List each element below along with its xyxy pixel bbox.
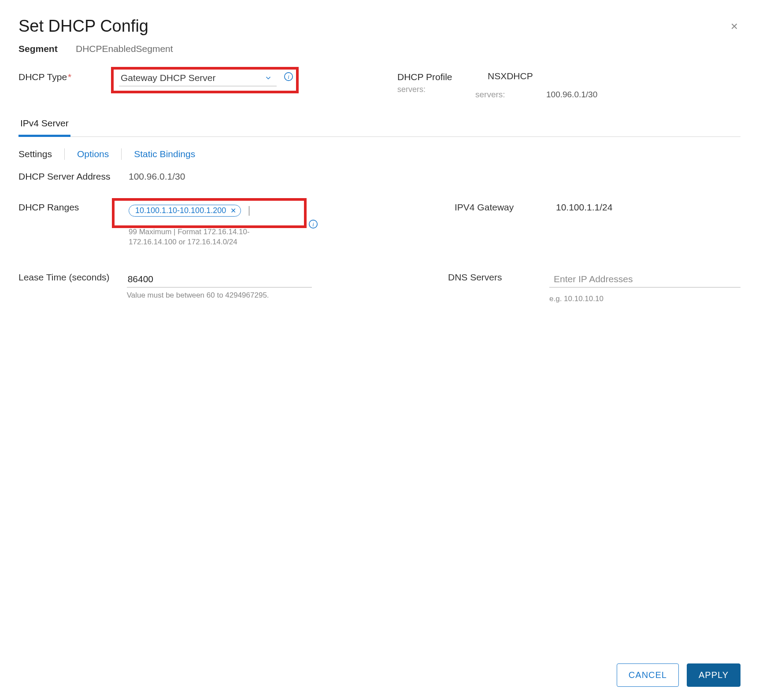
subtab-settings[interactable]: Settings [19,149,52,159]
ipv4-gateway-value: 10.100.1.1/24 [556,202,612,213]
subtab-static-bindings[interactable]: Static Bindings [134,149,195,159]
close-icon[interactable]: × [731,20,738,33]
segment-row: Segment DHCPEnabledSegment [19,44,740,54]
dialog-footer: CANCEL APPLY [617,663,740,687]
svg-text:i: i [312,221,314,228]
divider [121,148,122,160]
server-address-row: DHCP Server Address 100.96.0.1/30 [19,171,740,182]
range-chip: 10.100.1.10-10.100.1.200 ✕ [129,205,241,217]
close-icon[interactable]: ✕ [230,206,236,215]
segment-value: DHCPEnabledSegment [76,44,173,54]
dhcp-profile-servers-label2: servers: [475,90,505,99]
info-icon[interactable]: i [308,219,318,229]
dhcp-ranges-help: 99 Maximum | Format 172.16.14.10-172.16.… [129,227,261,247]
ranges-gateway-row: DHCP Ranges 10.100.1.10-10.100.1.200 ✕ 9… [19,202,740,247]
dhcp-type-select-wrap: Gateway DHCP Server i [119,71,277,86]
dhcp-ranges-input[interactable]: 10.100.1.10-10.100.1.200 ✕ [129,202,397,219]
chevron-down-icon[interactable] [264,74,272,81]
lease-dns-row: Lease Time (seconds) Value must be betwe… [19,272,740,303]
info-icon[interactable]: i [284,72,293,81]
main-tab-bar: IPv4 Server [19,114,740,137]
dhcp-profile-value: NSXDHCP [488,71,533,81]
range-chip-text: 10.100.1.10-10.100.1.200 [135,206,226,215]
dns-servers-help: e.g. 10.10.10.10 [549,295,740,303]
text-cursor [249,206,249,216]
server-address-label: DHCP Server Address [19,171,129,182]
ipv4-gateway-label: IPV4 Gateway [455,202,556,213]
dns-servers-label: DNS Servers [448,272,549,303]
subtab-options[interactable]: Options [77,149,109,159]
svg-text:i: i [288,74,289,80]
dhcp-ranges-label: DHCP Ranges [19,202,129,213]
lease-time-help: Value must be between 60 to 4294967295. [127,291,391,300]
server-address-value: 100.96.0.1/30 [129,171,185,182]
dhcp-profile-servers-value: 100.96.0.1/30 [546,90,597,99]
tab-ipv4-server[interactable]: IPv4 Server [19,114,70,137]
dhcp-type-select[interactable]: Gateway DHCP Server [119,71,277,86]
lease-time-label: Lease Time (seconds) [19,272,127,283]
cancel-button[interactable]: CANCEL [617,663,679,687]
dns-servers-input[interactable] [549,272,740,287]
divider [64,148,65,160]
sub-tab-bar: Settings Options Static Bindings [19,148,740,160]
apply-button[interactable]: APPLY [687,663,740,687]
dhcp-profile-servers-label: servers: [397,85,469,94]
lease-time-input[interactable] [127,272,312,287]
dhcp-type-profile-row: DHCP Type Gateway DHCP Server i DHCP Pro… [19,71,740,94]
dhcp-config-dialog: Set DHCP Config × Segment DHCPEnabledSeg… [0,0,759,700]
dhcp-type-label: DHCP Type [19,71,119,86]
page-title: Set DHCP Config [19,17,740,36]
segment-label: Segment [19,44,76,54]
